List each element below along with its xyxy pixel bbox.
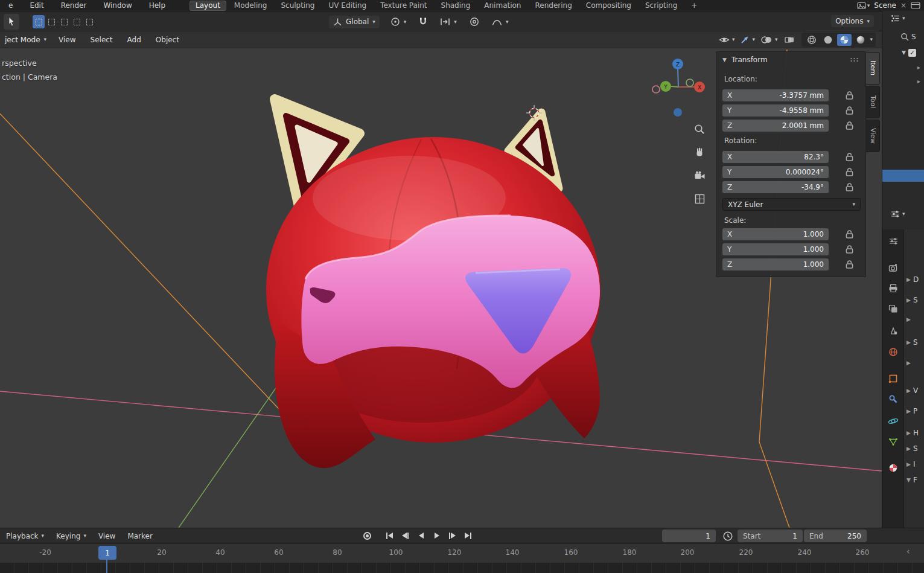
lock-icon[interactable] [844,245,855,254]
timeline-ruler[interactable]: -20 20 40 60 80 100 120 140 160 180 200 … [0,543,924,563]
playhead-line[interactable] [106,559,107,573]
pan-button[interactable] [692,144,707,160]
workspace-tab-animation[interactable]: Animation [478,1,527,11]
properties-tab-view-layer[interactable] [882,300,904,317]
editor-type-outliner-button[interactable]: ▾ [891,14,905,22]
location-x-field[interactable]: X -3.3757 mm [722,89,829,101]
properties-tab-physics[interactable] [882,412,904,429]
outliner-collection-row[interactable]: ▼ ✓ [902,49,916,57]
workspace-tab-rendering[interactable]: Rendering [529,1,578,11]
scale-z-field[interactable]: Z 1.000 [722,258,829,270]
shading-wireframe-button[interactable] [805,34,819,46]
properties-tab-material[interactable] [882,459,904,476]
properties-panel-row[interactable]: ▶H [906,429,919,437]
workspace-tab-layout[interactable]: Layout [190,1,226,11]
lock-icon[interactable] [844,152,855,162]
prev-keyframe-button[interactable] [398,529,412,542]
jump-to-start-button[interactable] [383,529,397,542]
properties-panel-row-expanded[interactable]: ▼F [906,476,917,484]
select-mode-intersect[interactable] [83,15,95,28]
properties-panel-row[interactable]: ▶D [906,275,919,284]
timeline-scroll-strip[interactable] [0,563,924,573]
timeline-menu-marker[interactable]: Marker [121,532,158,540]
lock-icon[interactable] [844,106,855,115]
menu-select[interactable]: Select [83,34,120,45]
pivot-point-dropdown[interactable]: ▾ [386,15,411,28]
menu-view[interactable]: View [51,34,83,45]
menu-edit[interactable]: Edit [21,1,52,10]
properties-tab-object-data[interactable] [882,433,904,450]
timeline-menu-view[interactable]: View [92,532,121,540]
zoom-button[interactable] [692,121,707,137]
orthographic-toggle-button[interactable] [692,191,707,206]
viewport-3d[interactable]: rspective ction | Camera Z X Y [0,48,882,528]
shading-rendered-button[interactable] [853,34,868,46]
playback-dropdown[interactable]: Playback▾ [0,532,50,540]
add-workspace-button[interactable]: + [685,1,703,11]
current-frame-field[interactable]: 1 [662,530,716,542]
workspace-tab-scripting[interactable]: Scripting [639,1,683,11]
properties-panel-row[interactable]: ▶S [906,444,918,453]
object-visibility-dropdown[interactable]: ▾ [719,36,735,44]
transform-orientation-dropdown[interactable]: Global ▾ [329,16,380,28]
editor-type-properties-button[interactable]: ▾ [891,210,905,218]
unlink-scene-icon[interactable]: × [900,1,906,10]
frame-end-field[interactable]: End 250 [804,530,867,542]
select-mode-subtract[interactable] [58,15,70,28]
show-overlays-dropdown[interactable]: ▾ [760,36,778,44]
properties-panel-row[interactable]: ▶I [906,460,915,469]
outliner-selected-row[interactable] [882,170,924,182]
view-layer-icon[interactable] [911,2,920,9]
menu-object[interactable]: Object [148,34,186,45]
keying-dropdown[interactable]: Keying▾ [50,532,92,540]
properties-panel-row[interactable]: ▶P [906,407,917,415]
outliner-expand-icon[interactable]: ▸ [917,64,920,71]
select-mode-extend[interactable] [45,15,57,28]
play-reverse-button[interactable] [414,529,428,542]
select-mode-invert[interactable] [71,15,83,28]
navigation-gizmo[interactable]: Z X Y [651,57,706,120]
play-button[interactable] [430,529,444,542]
properties-panel-row[interactable]: ▶ [906,360,913,366]
lock-icon[interactable] [844,167,855,177]
scale-y-field[interactable]: Y 1.000 [722,243,829,255]
next-keyframe-button[interactable] [445,529,459,542]
lock-icon[interactable] [844,229,855,239]
properties-tab-scene[interactable] [882,322,904,339]
helmet-model[interactable] [266,99,601,468]
properties-panel-row[interactable]: ▶S [906,296,918,304]
workspace-tab-texture-paint[interactable]: Texture Paint [374,1,433,11]
rotation-y-field[interactable]: Y 0.000024° [722,166,829,178]
menu-help[interactable]: Help [141,1,174,10]
jump-to-end-button[interactable] [461,529,475,542]
menu-add[interactable]: Add [120,34,148,45]
n-panel-tab-item[interactable]: Item [866,52,880,85]
outliner-expand-icon[interactable]: ▸ [917,78,920,85]
properties-tab-object[interactable] [882,370,904,387]
menu-file[interactable]: e [0,1,21,10]
outliner-search[interactable]: S [900,33,916,41]
lock-icon[interactable] [844,182,855,192]
select-mode-new[interactable] [33,15,45,28]
snapping-settings-dropdown[interactable]: ▾ [436,16,461,28]
workspace-tab-uv-editing[interactable]: UV Editing [323,1,373,11]
use-preview-range-toggle[interactable] [722,531,733,542]
properties-tab-world[interactable] [882,344,904,360]
lock-icon[interactable] [844,91,855,100]
proportional-editing-toggle[interactable] [468,15,481,28]
active-tool-tweak-button[interactable] [4,14,19,30]
xray-toggle[interactable] [783,34,796,46]
location-z-field[interactable]: Z 2.0001 mm [722,120,829,132]
gizmo-z-neg-axis[interactable] [674,108,682,117]
properties-tab-tool[interactable] [882,232,904,249]
options-dropdown[interactable]: Options ▾ [831,15,874,27]
workspace-tab-modeling[interactable]: Modeling [228,1,273,11]
rotation-mode-dropdown[interactable]: XYZ Euler ▾ [722,198,861,211]
panel-grip-icon[interactable] [850,57,859,62]
properties-tab-modifiers[interactable] [882,391,904,408]
scene-name[interactable]: Scene [874,1,896,10]
rotation-z-field[interactable]: Z -34.9° [722,181,829,193]
auto-keying-toggle[interactable] [360,529,374,542]
gizmo-y-neg-axis[interactable] [686,79,693,86]
shading-solid-button[interactable] [821,34,835,46]
